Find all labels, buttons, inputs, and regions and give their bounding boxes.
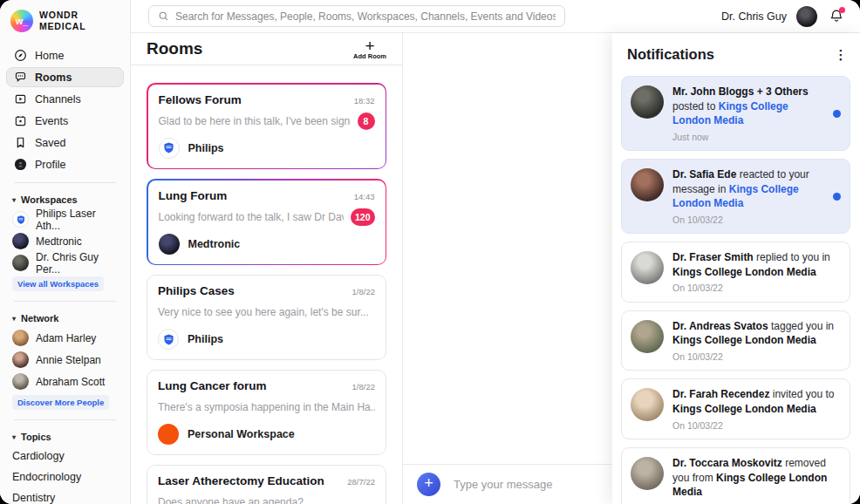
avatar bbox=[631, 388, 664, 421]
notification-room-link[interactable]: Kings College London Media bbox=[672, 266, 816, 278]
philips-logo-icon bbox=[12, 211, 29, 228]
room-card-fellows-forum[interactable]: Fellows Forum 18:32 Glad to be here in t… bbox=[147, 83, 386, 169]
room-card-lung-cancer-forum[interactable]: Lung Cancer forum 1/8/22 There's a sympo… bbox=[147, 370, 386, 455]
notification-timestamp: On 10/03/22 bbox=[672, 214, 824, 226]
search-input[interactable] bbox=[175, 10, 556, 23]
notification-item[interactable]: Dr. Toccara Moskovitz removed you from K… bbox=[621, 447, 850, 504]
sidebar-item-saved[interactable]: Saved bbox=[6, 133, 124, 153]
notification-room-link[interactable]: Kings College London Media bbox=[672, 403, 816, 415]
topbar-user-cluster: Dr. Chris Guy bbox=[721, 6, 846, 27]
philips-logo-icon bbox=[158, 329, 179, 350]
chevron-down-icon: ▾ bbox=[12, 196, 16, 204]
workspace-item-personal[interactable]: Dr. Chris Guy Per... bbox=[0, 252, 130, 274]
sidebar-item-channels[interactable]: Channels bbox=[6, 89, 124, 109]
room-title: Lung Forum bbox=[159, 189, 228, 202]
profile-avatar-icon bbox=[14, 158, 27, 171]
room-message-preview: Looking forward to the talk, I saw Dr Da… bbox=[159, 211, 344, 223]
notification-room-link[interactable]: Kings College London Media bbox=[672, 334, 816, 346]
kebab-menu-icon[interactable]: ⋮ bbox=[834, 48, 848, 61]
notification-item[interactable]: Dr. Fraser Smith replied to you in Kings… bbox=[621, 242, 850, 303]
sidebar: w_ WONDR MEDICAL Home Rooms bbox=[0, 0, 131, 504]
topic-item-cardiology[interactable]: Cardiology bbox=[0, 446, 130, 467]
room-card-laser-atherectomy-education[interactable]: Laser Atherectomy Education 28/7/22 Does… bbox=[147, 465, 386, 504]
room-timestamp: 28/7/22 bbox=[347, 477, 375, 487]
view-all-workspaces-link[interactable]: View all Workspaces bbox=[12, 276, 104, 291]
notification-timestamp: On 10/03/22 bbox=[672, 419, 841, 432]
room-timestamp: 1/8/22 bbox=[352, 287, 375, 296]
notifications-bell-button[interactable] bbox=[827, 7, 846, 26]
notification-actor: Dr. Safia Ede bbox=[672, 168, 736, 180]
notification-item[interactable]: Mr. John Bloggs + 3 Others posted to Kin… bbox=[621, 76, 850, 151]
room-card-lung-forum[interactable]: Lung Forum 14:43 Looking forward to the … bbox=[147, 179, 386, 265]
notification-actor: Dr. Andreas Svatos bbox=[672, 320, 768, 332]
notification-action: posted to bbox=[672, 100, 715, 112]
avatar bbox=[631, 320, 664, 353]
room-title: Lung Cancer forum bbox=[158, 379, 267, 392]
medtronic-logo-icon bbox=[159, 234, 180, 255]
wondr-logo-icon: w_ bbox=[10, 10, 33, 32]
notification-text: Dr. Safia Ede reacted to your message in… bbox=[672, 167, 824, 226]
network-item-annie-stelpan[interactable]: Annie Stelpan bbox=[0, 349, 130, 371]
notification-item[interactable]: Dr. Andreas Svatos tagged you in Kings C… bbox=[621, 310, 850, 371]
sidebar-item-events[interactable]: Events bbox=[6, 111, 124, 131]
sidebar-divider bbox=[14, 301, 116, 302]
room-message-preview: There's a symposia happening in the Main… bbox=[158, 401, 375, 413]
notifications-title: Notifications bbox=[627, 46, 714, 63]
chevron-down-icon: ▾ bbox=[12, 433, 16, 441]
sidebar-item-rooms[interactable]: Rooms bbox=[6, 67, 124, 87]
sidebar-item-label: Home bbox=[35, 50, 64, 62]
attach-plus-button[interactable]: + bbox=[417, 473, 440, 496]
notification-action: invited you to bbox=[773, 388, 835, 400]
topics-section-header[interactable]: ▾ Topics bbox=[0, 428, 130, 446]
unread-count-badge: 8 bbox=[358, 112, 375, 130]
room-title: Fellows Forum bbox=[159, 93, 242, 106]
network-label: Adam Harley bbox=[36, 332, 96, 344]
notification-text: Dr. Toccara Moskovitz removed you from K… bbox=[672, 456, 841, 504]
notification-timestamp: On 10/03/22 bbox=[672, 282, 841, 294]
notifications-panel: Notifications ⋮ Mr. John Bloggs + 3 Othe… bbox=[612, 33, 860, 504]
room-message-preview: Very nice to see you here again, let's b… bbox=[158, 306, 375, 318]
sidebar-item-label: Profile bbox=[35, 159, 65, 171]
plus-icon: + bbox=[365, 37, 374, 52]
topic-item-dentistry[interactable]: Dentistry bbox=[0, 487, 130, 504]
workspace-item-medtronic[interactable]: Medtronic bbox=[0, 230, 130, 252]
discover-more-people-link[interactable]: Discover More People bbox=[12, 395, 109, 410]
workspaces-section-header[interactable]: ▾ Workspaces bbox=[0, 191, 130, 208]
brand-name: WONDR MEDICAL bbox=[39, 10, 85, 31]
avatar bbox=[12, 373, 29, 390]
chat-message-area bbox=[403, 33, 612, 464]
network-item-adam-harley[interactable]: Adam Harley bbox=[0, 327, 130, 349]
notification-timestamp: Just now bbox=[672, 131, 824, 143]
notification-item[interactable]: Dr. Farah Recendez invited you to Kings … bbox=[621, 378, 850, 439]
avatar bbox=[12, 330, 29, 346]
room-card-philips-cases[interactable]: Philips Cases 1/8/22 Very nice to see yo… bbox=[147, 275, 386, 360]
calendar-icon bbox=[14, 114, 27, 127]
rooms-title: Rooms bbox=[147, 39, 202, 58]
add-room-label: Add Room bbox=[353, 53, 386, 60]
philips-logo-icon bbox=[159, 138, 180, 159]
personal-workspace-logo-icon bbox=[158, 424, 179, 445]
rooms-panel: Rooms + Add Room Fellows Forum 18:32 bbox=[131, 33, 403, 504]
topbar: Dr. Chris Guy bbox=[131, 0, 860, 33]
notification-text: Mr. John Bloggs + 3 Others posted to Kin… bbox=[672, 85, 824, 143]
message-input[interactable] bbox=[454, 478, 607, 491]
network-item-abraham-scott[interactable]: Abraham Scott bbox=[0, 371, 130, 392]
notification-actor: Dr. Toccara Moskovitz bbox=[672, 457, 782, 469]
rooms-list: Fellows Forum 18:32 Glad to be here in t… bbox=[131, 65, 402, 504]
topic-item-endocrinology[interactable]: Endocrinology bbox=[0, 467, 130, 487]
sidebar-item-home[interactable]: Home bbox=[6, 45, 124, 65]
user-avatar[interactable] bbox=[796, 6, 817, 27]
notification-item[interactable]: Dr. Safia Ede reacted to your message in… bbox=[621, 159, 850, 234]
add-room-button[interactable]: + Add Room bbox=[353, 37, 386, 60]
avatar bbox=[631, 251, 664, 284]
room-workspace-name: Philips bbox=[188, 142, 224, 154]
workspace-item-philips[interactable]: Philips Laser Ath... bbox=[0, 208, 130, 230]
search-icon bbox=[158, 10, 169, 22]
sidebar-item-label: Channels bbox=[35, 93, 81, 106]
sidebar-item-profile[interactable]: Profile bbox=[6, 154, 124, 174]
sidebar-divider bbox=[14, 419, 116, 420]
sidebar-item-label: Events bbox=[35, 115, 68, 127]
network-section-header[interactable]: ▾ Network bbox=[0, 310, 130, 327]
search-bar[interactable] bbox=[148, 5, 565, 27]
sidebar-divider bbox=[14, 182, 116, 183]
